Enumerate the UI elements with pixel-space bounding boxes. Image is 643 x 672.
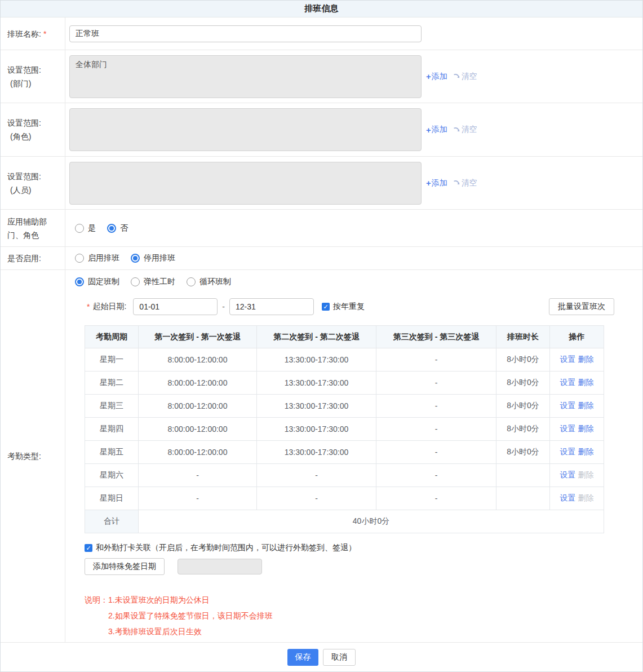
scope-personnel-box <box>69 162 422 205</box>
row-enable: 是否启用: 启用排班 停用排班 <box>1 247 642 270</box>
table-row-tuesday: 星期二 8:00:00-12:00:00 13:30:00-17:30:00 -… <box>85 372 604 395</box>
page-title: 排班信息 <box>1 1 642 17</box>
row-attendance-type: 考勤类型: 固定班制 弹性工时 循环班制 * 起始日期: - ✓ 按年重复 批量… <box>1 270 642 642</box>
attendance-type-label: 考勤类型: <box>1 270 65 642</box>
required-asterisk: * <box>43 29 46 38</box>
repeat-yearly-checkbox[interactable]: ✓ <box>322 303 330 311</box>
special-date-input <box>178 559 262 574</box>
schedule-table: 考勤周期 第一次签到 - 第一次签退 第二次签到 - 第二次签退 第三次签到 -… <box>85 325 604 533</box>
radio-checked-icon <box>107 224 116 233</box>
scope-department-box: 全体部门 <box>69 55 422 98</box>
row-scope-personnel: 设置范围: (人员) +添加 清空 <box>1 157 642 210</box>
outwork-checkbox-label: 和外勤打卡关联（开启后，在考勤时间范围内，可以进行外勤签到、签退） <box>96 543 356 553</box>
radio-unchecked-icon <box>75 254 84 263</box>
start-date-line: * 起始日期: - ✓ 按年重复 批量设置班次 <box>87 298 642 315</box>
cancel-button[interactable]: 取消 <box>323 649 356 666</box>
outwork-checkbox-line: ✓ 和外勤打卡关联（开启后，在考勤时间范围内，可以进行外勤签到、签退） <box>85 543 642 553</box>
add-role-link[interactable]: +添加 <box>426 125 447 135</box>
note-line: 3.考勤排班设置后次日生效 <box>108 624 273 639</box>
row-schedule-name: 排班名称:* <box>1 17 642 50</box>
clear-arrow-icon <box>453 73 460 80</box>
delete-link[interactable]: 删除 <box>578 424 593 433</box>
set-link[interactable]: 设置 <box>560 378 576 387</box>
add-department-link[interactable]: +添加 <box>426 72 447 82</box>
required-asterisk: * <box>87 302 90 311</box>
add-personnel-link[interactable]: +添加 <box>426 178 447 188</box>
date-to-input[interactable] <box>229 298 314 315</box>
clear-arrow-icon <box>453 126 460 134</box>
table-row-friday: 星期五 8:00:00-12:00:00 13:30:00-17:30:00 -… <box>85 441 604 464</box>
plus-icon: + <box>426 125 431 135</box>
set-link[interactable]: 设置 <box>560 447 576 456</box>
schedule-table-header: 考勤周期 第一次签到 - 第一次签退 第二次签到 - 第二次签退 第三次签到 -… <box>85 326 604 348</box>
table-row-monday: 星期一 8:00:00-12:00:00 13:30:00-17:30:00 -… <box>85 348 604 372</box>
enable-option-off[interactable]: 停用排班 <box>131 253 175 263</box>
enable-label: 是否启用: <box>1 247 65 269</box>
clear-personnel-link[interactable]: 清空 <box>453 178 477 188</box>
shift-type-flexible[interactable]: 弹性工时 <box>131 277 175 287</box>
radio-checked-icon <box>75 277 84 286</box>
schedule-form-panel: 排班信息 排班名称:* 设置范围: (部门) 全体部门 +添加 清空 <box>0 0 643 672</box>
table-row-saturday: 星期六 - - - 设置 删除 <box>85 464 604 487</box>
aux-option-no[interactable]: 否 <box>107 223 128 233</box>
total-value: 40小时0分 <box>139 510 604 533</box>
outwork-checkbox[interactable]: ✓ <box>85 544 92 552</box>
scope-role-label: 设置范围: (角色) <box>1 103 65 156</box>
date-separator: - <box>222 302 225 311</box>
total-label: 合计 <box>85 510 139 533</box>
table-row-wednesday: 星期三 8:00:00-12:00:00 13:30:00-17:30:00 -… <box>85 395 604 418</box>
enable-option-on[interactable]: 启用排班 <box>75 253 119 263</box>
delete-link-disabled: 删除 <box>578 493 593 502</box>
scope-department-label: 设置范围: (部门) <box>1 50 65 103</box>
set-link[interactable]: 设置 <box>560 355 576 364</box>
scope-role-box <box>69 108 422 151</box>
row-aux-dept-role: 应用辅助部 门、角色 是 否 <box>1 210 642 247</box>
special-date-line: 添加特殊免签日期 <box>85 558 642 575</box>
footer-actions: 保存 取消 <box>1 642 642 671</box>
aux-dept-role-label: 应用辅助部 门、角色 <box>1 210 65 246</box>
repeat-yearly-label: 按年重复 <box>333 302 365 312</box>
schedule-name-label: 排班名称:* <box>1 17 65 50</box>
note-line: 1.未设置班次的日期为公休日 <box>108 592 273 608</box>
table-row-sunday: 星期日 - - - 设置 删除 <box>85 487 604 510</box>
schedule-name-input[interactable] <box>69 25 422 42</box>
row-scope-role: 设置范围: (角色) +添加 清空 <box>1 103 642 157</box>
add-special-date-button[interactable]: 添加特殊免签日期 <box>85 558 165 575</box>
set-link[interactable]: 设置 <box>560 493 576 502</box>
radio-unchecked-icon <box>131 277 140 286</box>
delete-link-disabled: 删除 <box>578 470 593 479</box>
aux-radio-group: 是 否 <box>75 223 139 233</box>
save-button[interactable]: 保存 <box>287 649 318 666</box>
set-link[interactable]: 设置 <box>560 424 576 433</box>
date-from-input[interactable] <box>133 298 218 315</box>
table-row-thursday: 星期四 8:00:00-12:00:00 13:30:00-17:30:00 -… <box>85 418 604 441</box>
delete-link[interactable]: 删除 <box>578 378 593 387</box>
delete-link[interactable]: 删除 <box>578 447 593 456</box>
set-link[interactable]: 设置 <box>560 401 576 410</box>
notes-label: 说明： <box>85 592 108 639</box>
notes-block: 说明： 1.未设置班次的日期为公休日 2.如果设置了特殊免签节假日，该日期不会排… <box>85 592 642 639</box>
radio-checked-icon <box>131 254 140 263</box>
delete-link[interactable]: 删除 <box>578 355 593 364</box>
table-row-total: 合计 40小时0分 <box>85 510 604 533</box>
radio-unchecked-icon <box>75 224 84 233</box>
plus-icon: + <box>426 72 431 81</box>
note-line: 2.如果设置了特殊免签节假日，该日期不会排班 <box>108 608 273 624</box>
aux-option-yes[interactable]: 是 <box>75 223 96 233</box>
shift-type-radio-group: 固定班制 弹性工时 循环班制 <box>75 277 642 287</box>
plus-icon: + <box>426 178 431 188</box>
clear-role-link[interactable]: 清空 <box>453 125 477 135</box>
row-scope-department: 设置范围: (部门) 全体部门 +添加 清空 <box>1 50 642 103</box>
clear-department-link[interactable]: 清空 <box>453 72 477 82</box>
set-link[interactable]: 设置 <box>560 470 576 479</box>
scope-personnel-label: 设置范围: (人员) <box>1 157 65 209</box>
shift-type-cycle[interactable]: 循环班制 <box>187 277 231 287</box>
enable-radio-group: 启用排班 停用排班 <box>75 253 187 263</box>
clear-arrow-icon <box>453 179 460 187</box>
batch-set-shift-button[interactable]: 批量设置班次 <box>549 298 614 315</box>
delete-link[interactable]: 删除 <box>578 401 593 410</box>
radio-unchecked-icon <box>187 277 196 286</box>
start-date-label: 起始日期: <box>92 302 126 312</box>
shift-type-fixed[interactable]: 固定班制 <box>75 277 119 287</box>
